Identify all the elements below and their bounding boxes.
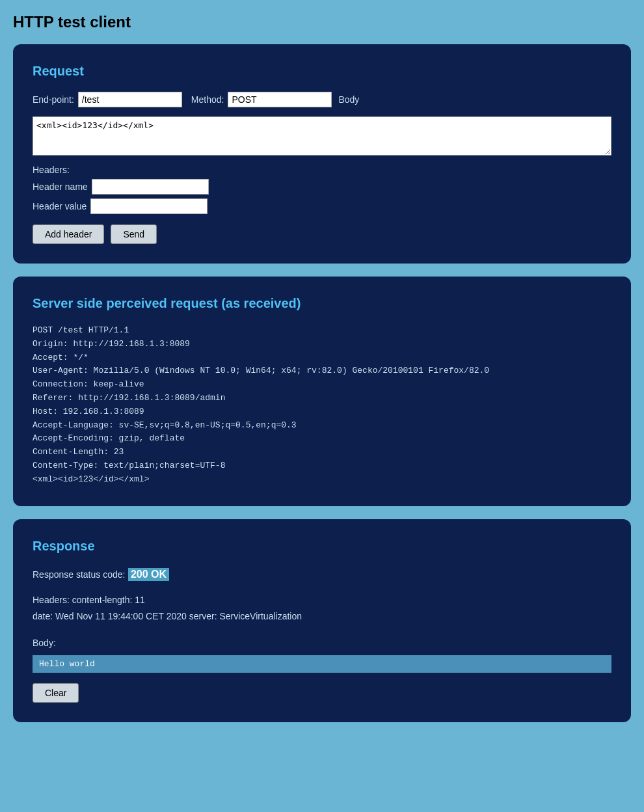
endpoint-input[interactable] — [78, 92, 182, 107]
headers-content-length: content-length: 11 — [72, 595, 145, 605]
body-label: Body — [338, 94, 359, 105]
headers-date: date: Wed Nov 11 19:44:00 CET 2020 serve… — [33, 611, 302, 621]
page-title: HTTP test client — [13, 13, 631, 31]
header-name-label: Header name — [33, 182, 88, 192]
response-headers: Headers: content-length: 11 date: Wed No… — [33, 592, 611, 625]
server-panel: Server side perceived request (as receiv… — [13, 277, 631, 506]
method-label: Method: — [191, 94, 224, 105]
status-value: 200 OK — [128, 568, 169, 581]
server-request-content: POST /test HTTP/1.1 Origin: http://192.1… — [33, 324, 611, 487]
response-body-content: Hello world — [33, 655, 611, 673]
method-input[interactable] — [228, 92, 332, 107]
header-value-input[interactable] — [90, 198, 208, 214]
clear-button[interactable]: Clear — [33, 683, 79, 703]
header-value-label: Header value — [33, 201, 87, 211]
send-button[interactable]: Send — [111, 224, 157, 244]
status-label: Response status code: — [33, 567, 125, 583]
add-header-button[interactable]: Add header — [33, 224, 104, 244]
headers-label: Headers: — [33, 595, 70, 605]
request-panel-title: Request — [33, 64, 611, 79]
endpoint-label: End-point: — [33, 94, 74, 105]
response-panel-title: Response — [33, 539, 611, 554]
response-panel: Response Response status code: 200 OK He… — [13, 519, 631, 723]
body-label: Body: — [33, 638, 56, 648]
header-name-input[interactable] — [92, 179, 209, 195]
headers-label: Headers: — [33, 165, 70, 175]
body-textarea[interactable]: <xml><id>123</id></xml> — [33, 116, 611, 156]
request-panel: Request End-point: Method: Body <xml><id… — [13, 44, 631, 264]
server-panel-title: Server side perceived request (as receiv… — [33, 296, 611, 311]
